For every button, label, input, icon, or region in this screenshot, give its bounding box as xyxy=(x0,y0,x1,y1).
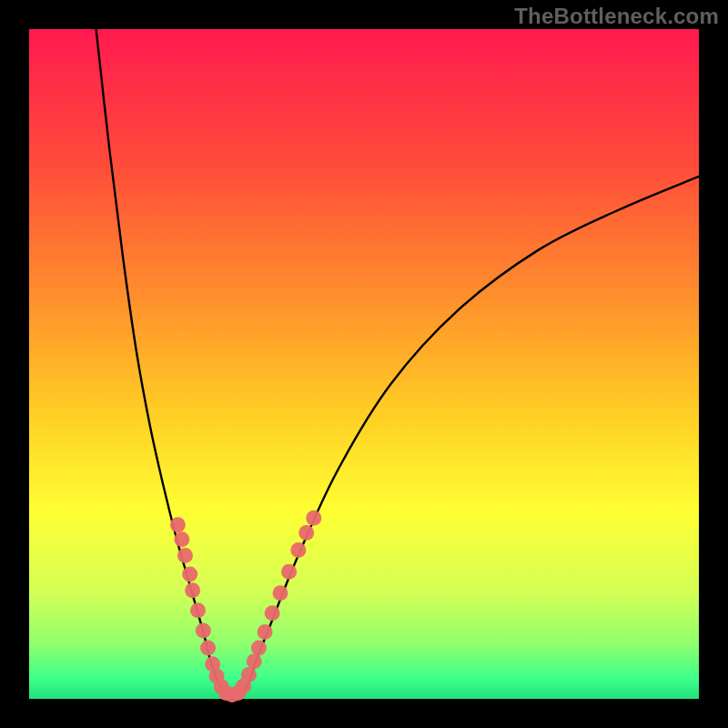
curve-marker xyxy=(273,585,288,601)
watermark-text: TheBottleneck.com xyxy=(514,4,719,29)
curve-marker xyxy=(247,653,262,669)
svg-rect-1 xyxy=(29,29,699,699)
curve-marker xyxy=(258,624,273,640)
chart-frame: TheBottleneck.com xyxy=(0,0,728,728)
curve-marker xyxy=(182,567,197,582)
curve-marker xyxy=(241,667,257,682)
curve-marker xyxy=(190,602,206,618)
curve-marker xyxy=(177,548,193,563)
curve-marker xyxy=(170,517,186,532)
curve-marker xyxy=(196,622,211,638)
curve-marker xyxy=(298,525,314,541)
curve-marker xyxy=(290,542,306,558)
curve-marker xyxy=(200,641,216,656)
curve-marker xyxy=(185,582,200,598)
curve-marker xyxy=(306,511,321,526)
bottleneck-chart xyxy=(0,0,728,728)
curve-marker xyxy=(281,564,297,580)
curve-marker xyxy=(174,531,189,547)
curve-marker xyxy=(251,641,267,656)
curve-marker xyxy=(265,605,280,621)
